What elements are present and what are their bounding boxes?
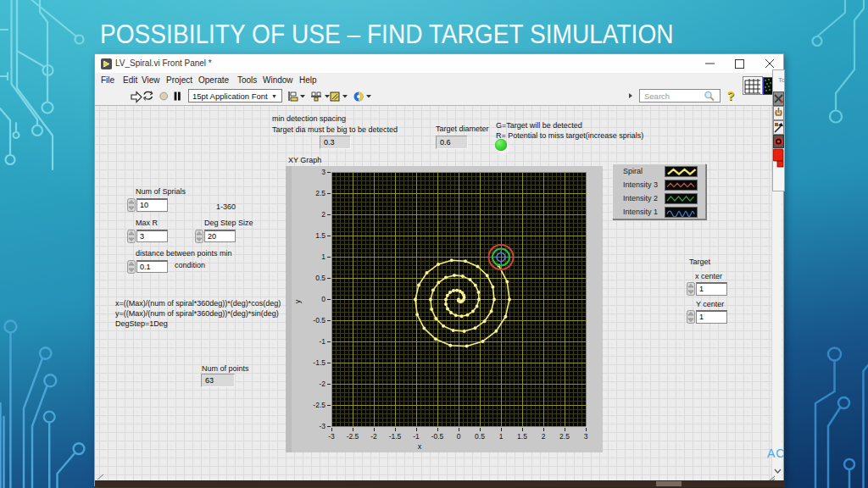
svg-text:1: 1 (321, 252, 326, 261)
svg-text:-1.5: -1.5 (389, 432, 402, 441)
svg-text:2.5: 2.5 (315, 189, 326, 197)
svg-text:2.5: 2.5 (559, 432, 570, 441)
svg-text:-2.5: -2.5 (313, 401, 326, 409)
svg-text:0: 0 (457, 432, 461, 441)
svg-text:-2: -2 (370, 432, 377, 441)
svg-text:2: 2 (321, 210, 326, 219)
svg-text:-0.5: -0.5 (313, 316, 326, 324)
svg-text:1.5: 1.5 (315, 231, 326, 240)
svg-text:-1.5: -1.5 (313, 358, 326, 367)
svg-text:-3: -3 (319, 422, 326, 430)
svg-text:-3: -3 (328, 432, 335, 441)
svg-text:x: x (418, 442, 422, 451)
svg-text:3: 3 (321, 168, 326, 176)
svg-text:-1: -1 (413, 432, 420, 441)
svg-text:3: 3 (584, 432, 588, 441)
svg-text:0: 0 (321, 295, 326, 303)
svg-text:-0.5: -0.5 (431, 432, 444, 441)
svg-text:1: 1 (499, 432, 504, 441)
svg-text:-2: -2 (319, 380, 326, 388)
svg-text:2: 2 (542, 432, 546, 441)
svg-text:-2.5: -2.5 (347, 432, 359, 441)
svg-text:0.5: 0.5 (315, 274, 326, 282)
svg-text:-1: -1 (319, 337, 326, 346)
svg-text:y: y (293, 299, 302, 303)
svg-text:1.5: 1.5 (517, 432, 527, 441)
svg-text:0.5: 0.5 (475, 432, 485, 441)
